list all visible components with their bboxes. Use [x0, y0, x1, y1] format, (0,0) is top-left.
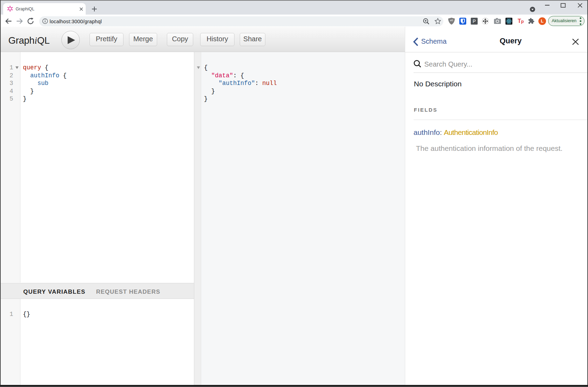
svg-text:P: P: [472, 18, 476, 24]
svg-text:uO: uO: [450, 19, 453, 22]
